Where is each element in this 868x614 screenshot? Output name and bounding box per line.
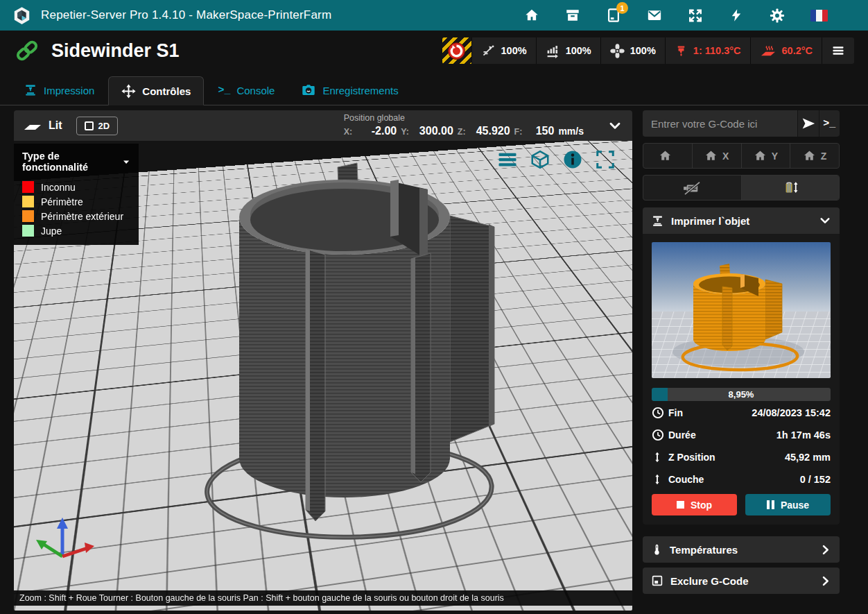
chevron-down-icon <box>122 157 130 167</box>
extruder-move-button[interactable] <box>741 176 840 200</box>
print-object-panel-header[interactable]: Imprimer l`objet <box>643 207 840 234</box>
home-icon <box>803 149 816 162</box>
tab-controles[interactable]: Contrôles <box>108 76 204 105</box>
home-label: X <box>722 151 729 162</box>
power-icon[interactable] <box>729 8 744 23</box>
legend-header[interactable]: Type de fonctionnalité <box>22 151 130 173</box>
color-swatch <box>22 181 34 193</box>
printer-tabs: Impression Contrôles >_ Console Enregist… <box>0 71 868 105</box>
tab-impression[interactable]: Impression <box>11 76 107 105</box>
panel-title: Exclure G-Code <box>670 575 749 587</box>
home-x-button[interactable]: X <box>692 144 741 168</box>
toggle-2d-checkbox[interactable]: 2D <box>76 117 119 135</box>
viewport-toolbar: Lit 2D Position globale X: -2.00 Y: 300.… <box>14 110 632 141</box>
extruder-temp-value: 1: 110.3°C <box>693 45 741 56</box>
pause-label: Pause <box>781 500 809 511</box>
printer-queue-icon[interactable]: 1 <box>606 8 621 23</box>
open-console-button[interactable]: >_ <box>819 110 840 137</box>
view-controls <box>497 149 616 170</box>
printer-status-bar: 100% 100% 100% 1: 110.3°C <box>442 37 854 64</box>
stat-value: 24/08/2023 15:42 <box>752 407 831 418</box>
x-label: X: <box>344 127 353 138</box>
extruder-temp-badge[interactable]: 1: 110.3°C <box>665 37 750 64</box>
gcode-command-bar: >_ <box>643 110 840 137</box>
axis-gizmo <box>33 512 103 581</box>
stat-label: Z Position <box>668 452 715 463</box>
gcode-input[interactable] <box>643 110 797 137</box>
bed-temp-value: 60.2°C <box>782 45 813 56</box>
camera-icon <box>301 83 316 98</box>
bed-temp-badge[interactable]: 60.2°C <box>750 37 822 64</box>
console-icon: >_ <box>218 85 230 96</box>
bed-label: Lit <box>49 119 62 132</box>
stat-value: 0 / 152 <box>800 474 831 485</box>
clock-icon <box>652 429 664 441</box>
heated-bed-icon <box>760 44 776 58</box>
flow-icon <box>546 44 560 58</box>
flow-factor-badge[interactable]: 100% <box>536 37 600 64</box>
speed-icon <box>481 44 496 58</box>
printer-menu-button[interactable] <box>822 37 854 64</box>
pause-button[interactable]: Pause <box>745 494 831 515</box>
color-swatch <box>22 225 34 237</box>
global-position: Position globale X: -2.00 Y: 300.00 Z: 4… <box>344 113 584 138</box>
messages-icon[interactable] <box>647 8 662 23</box>
home-icon <box>659 149 672 162</box>
legend-label: Jupe <box>41 225 62 237</box>
legend-item: Périmètre extérieur <box>22 210 130 222</box>
filament-updown-icon <box>781 180 799 196</box>
temperatures-panel-header[interactable]: Températures <box>643 536 840 563</box>
send-gcode-button[interactable] <box>797 110 819 137</box>
stat-label: Fin <box>668 407 683 418</box>
legend-label: Périmètre extérieur <box>41 211 123 222</box>
tab-enregistrements[interactable]: Enregistrements <box>288 76 410 105</box>
speed-factor-badge[interactable]: 100% <box>471 37 536 64</box>
progress-label: 8,95% <box>652 388 831 401</box>
fan-value: 100% <box>630 45 656 56</box>
fullscreen-view-icon[interactable] <box>595 149 616 170</box>
layers-menu-icon[interactable] <box>497 149 518 170</box>
tab-label: Impression <box>44 85 94 96</box>
feature-type-legend: Type de fonctionnalité Inconnu Périmètre… <box>14 144 139 245</box>
print-icon <box>24 83 37 97</box>
y-value: 300.00 <box>413 124 453 138</box>
exclude-gcode-panel-header[interactable]: Exclure G-Code <box>643 568 840 594</box>
printed-object-3d <box>184 141 510 549</box>
3d-cube-icon[interactable] <box>530 149 550 170</box>
home-all-button[interactable] <box>643 144 692 168</box>
3d-scene[interactable]: Type de fonctionnalité Inconnu Périmètre… <box>14 141 632 611</box>
2d-label: 2D <box>98 121 110 131</box>
stat-value: 45,92 mm <box>785 452 831 463</box>
home-z-button[interactable]: Z <box>790 144 839 168</box>
home-y-button[interactable]: Y <box>741 144 790 168</box>
updown-icon <box>652 473 663 486</box>
fullscreen-icon[interactable] <box>688 8 703 23</box>
clock-icon <box>652 407 664 419</box>
legend-title: Type de fonctionnalité <box>22 151 122 173</box>
panel-title: Températures <box>670 544 738 556</box>
archive-icon[interactable] <box>565 8 580 23</box>
f-unit: mm/s <box>558 126 584 138</box>
home-icon <box>704 149 718 162</box>
settings-gear-icon[interactable] <box>770 8 785 23</box>
info-icon[interactable] <box>562 149 583 170</box>
stop-button[interactable]: Stop <box>652 494 737 515</box>
tab-label: Contrôles <box>142 85 191 97</box>
repetier-logo <box>12 6 31 25</box>
pause-icon <box>767 500 774 509</box>
tab-console[interactable]: >_ Console <box>205 76 287 105</box>
collapse-chevron-icon[interactable] <box>607 118 623 133</box>
printer-name: Sidewinder S1 <box>51 40 180 62</box>
notification-badge: 1 <box>616 2 628 14</box>
fan-badge[interactable]: 100% <box>600 37 665 64</box>
motors-off-button[interactable] <box>643 176 741 200</box>
emergency-stop-button[interactable] <box>442 37 471 64</box>
legend-item: Périmètre <box>22 196 130 207</box>
language-flag-france[interactable] <box>810 10 828 22</box>
legend-label: Périmètre <box>41 196 83 207</box>
gcode-3d-viewport: Lit 2D Position globale X: -2.00 Y: 300.… <box>14 110 632 611</box>
home-icon[interactable] <box>524 8 539 23</box>
home-label: Z <box>821 151 827 162</box>
tab-label: Enregistrements <box>322 85 398 96</box>
home-buttons: X Y Z <box>643 143 840 169</box>
